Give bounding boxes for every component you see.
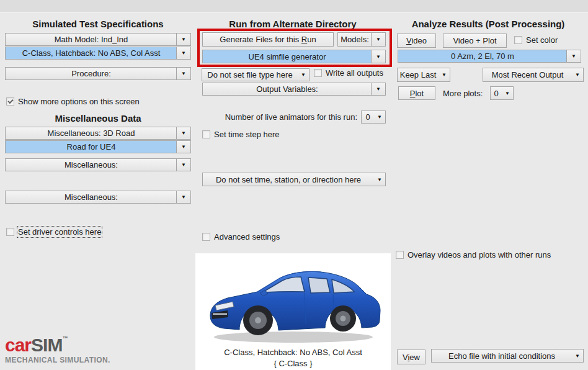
camera-view-label: 0 Azm, 2 El, 70 m — [398, 50, 567, 62]
dropdown-arrow-icon: ▼ — [176, 159, 190, 171]
misc-dropdown-2[interactable]: Miscellaneous: ▼ — [5, 158, 191, 171]
echo-file-dropdown[interactable]: Echo file with initial conditions ▼ — [431, 349, 584, 363]
view-button[interactable]: View — [397, 350, 425, 364]
time-station-direction-label: Do not set time, station, or direction h… — [203, 173, 374, 186]
checkbox-checked[interactable] — [6, 97, 14, 106]
echo-file-label: Echo file with initial conditions — [432, 350, 572, 362]
label-post: ideo — [411, 36, 427, 45]
misc-dropdown-2-label: Miscellaneous: — [6, 159, 177, 171]
live-animators-count-value: 0 — [362, 111, 374, 123]
vehicle-caption-line2: { C-Class } — [195, 359, 391, 368]
write-all-outputs-checkbox[interactable]: Write all outputs — [314, 68, 383, 78]
most-recent-output-label: Most Recent Output — [483, 68, 572, 81]
mechanical-simulation-text: MECHANICAL SIMULATION. — [5, 356, 110, 364]
checkbox-unchecked[interactable] — [202, 233, 210, 241]
plot-label: Plot — [410, 89, 424, 98]
vehicle-dataset-dropdown[interactable]: C-Class, Hatchback: No ABS, Col Asst ▼ — [5, 47, 191, 60]
miscellaneous-data-heading: Miscellaneous Data — [5, 113, 191, 124]
keep-last-dropdown[interactable]: Keep Last ▼ — [397, 68, 450, 82]
dropdown-arrow-icon: ▼ — [439, 68, 450, 81]
label-post: un — [307, 35, 316, 44]
generate-files-label: Generate Files for this Run — [220, 35, 316, 44]
more-plots-count-value: 0 — [491, 87, 502, 99]
checkbox-unchecked[interactable] — [202, 130, 210, 138]
misc-3d-road-dropdown[interactable]: Miscellaneous: 3D Road ▼ — [5, 127, 191, 140]
dropdown-arrow-icon: ▼ — [176, 47, 190, 59]
show-more-options-checkbox[interactable]: Show more options on this screen — [6, 97, 140, 106]
label-post: lot — [415, 89, 424, 98]
label-post: ew — [409, 353, 420, 362]
video-button[interactable]: Video — [397, 34, 436, 48]
video-plus-plot-button[interactable]: Video + Plot — [443, 34, 507, 48]
models-label: Models: — [338, 33, 372, 46]
left-column-heading: Simulated Test Specifications — [5, 19, 191, 29]
file-type-label: Do not set file type here — [202, 69, 298, 81]
plot-button[interactable]: Plot — [398, 86, 435, 100]
more-plots-label: More plots: — [443, 89, 483, 98]
time-station-direction-dropdown[interactable]: Do not set time, station, or direction h… — [202, 173, 386, 186]
dropdown-arrow-icon: ▼ — [176, 68, 190, 79]
dropdown-arrow-icon: ▼ — [566, 50, 581, 62]
set-time-step-checkbox[interactable]: Set time step here — [202, 130, 280, 139]
dropdown-arrow-icon: ▼ — [176, 127, 190, 139]
ue4-simfile-generator-dropdown[interactable]: UE4 simfile generator ▼ — [202, 50, 386, 63]
math-model-dropdown[interactable]: Math Model: Ind_Ind ▼ — [5, 33, 191, 46]
trademark-icon: ™ — [62, 335, 67, 341]
carsim-wordmark: carSIM™ — [5, 336, 110, 354]
math-model-label: Math Model: Ind_Ind — [6, 34, 177, 45]
set-color-checkbox[interactable]: Set color — [514, 35, 558, 45]
checkbox-unchecked[interactable] — [396, 251, 404, 259]
dropdown-arrow-icon: ▼ — [502, 87, 513, 99]
video-label: Video — [406, 36, 427, 45]
advanced-settings-checkbox[interactable]: Advanced settings — [202, 232, 280, 241]
keep-last-label: Keep Last — [398, 68, 439, 81]
vehicle-caption-line1: C-Class, Hatchback: No ABS, Col Asst — [195, 348, 391, 357]
dropdown-arrow-icon: ▼ — [176, 191, 190, 203]
advanced-settings-label: Advanced settings — [214, 232, 280, 241]
procedure-dropdown[interactable]: Procedure: ▼ — [5, 67, 191, 80]
checkbox-unchecked[interactable] — [314, 69, 322, 77]
dropdown-arrow-icon: ▼ — [374, 111, 385, 123]
ue4-simfile-generator-label: UE4 simfile generator — [203, 50, 372, 63]
show-more-options-label: Show more options on this screen — [18, 97, 140, 106]
checkbox-unchecked[interactable] — [6, 228, 14, 236]
label-accelerator: R — [301, 35, 307, 44]
logo-car-text: car — [5, 335, 31, 355]
misc-dropdown-3-label: Miscellaneous: — [6, 191, 177, 203]
live-animators-label: Number of live animators for this run: — [196, 112, 357, 122]
vehicle-preview-panel: C-Class, Hatchback: No ABS, Col Asst { C… — [195, 253, 391, 370]
output-variables-dropdown[interactable]: Output Variables: ▼ — [202, 83, 386, 96]
set-time-step-label: Set time step here — [214, 130, 280, 139]
carsim-logo: carSIM™ MECHANICAL SIMULATION. — [5, 336, 110, 364]
misc-dropdown-3[interactable]: Miscellaneous: ▼ — [5, 191, 191, 204]
set-driver-controls-checkbox[interactable]: Set driver controls here — [6, 227, 101, 237]
dropdown-arrow-icon: ▼ — [371, 83, 385, 95]
write-all-outputs-label: Write all outputs — [326, 68, 383, 78]
dropdown-arrow-icon: ▼ — [572, 68, 583, 81]
file-type-dropdown[interactable]: Do not set file type here ▼ — [202, 68, 310, 81]
road-for-ue4-dropdown[interactable]: Road for UE4 ▼ — [5, 140, 191, 153]
view-label: View — [403, 353, 420, 362]
top-strip — [0, 0, 588, 13]
models-dropdown[interactable]: Models: ▼ — [337, 32, 386, 47]
misc-3d-road-label: Miscellaneous: 3D Road — [6, 127, 177, 139]
set-color-label: Set color — [526, 35, 558, 45]
dropdown-arrow-icon: ▼ — [374, 173, 385, 186]
generate-files-button[interactable]: Generate Files for this Run — [202, 32, 334, 47]
road-for-ue4-label: Road for UE4 — [6, 141, 177, 153]
overlay-videos-checkbox[interactable]: Overlay videos and plots with other runs — [396, 250, 551, 259]
camera-view-dropdown[interactable]: 0 Azm, 2 El, 70 m ▼ — [398, 50, 581, 63]
set-driver-controls-label: Set driver controls here — [18, 227, 101, 237]
most-recent-output-dropdown[interactable]: Most Recent Output ▼ — [483, 68, 584, 82]
right-column-heading: Analyze Results (Post Processing) — [393, 19, 583, 29]
overlay-videos-label: Overlay videos and plots with other runs — [408, 250, 551, 259]
dropdown-arrow-icon: ▼ — [572, 350, 583, 362]
dropdown-arrow-icon: ▼ — [176, 141, 190, 153]
more-plots-count-dropdown[interactable]: 0 ▼ — [490, 86, 514, 100]
label-pre: Generate Files for this — [220, 35, 301, 44]
dropdown-arrow-icon: ▼ — [371, 50, 385, 63]
dropdown-arrow-icon: ▼ — [176, 34, 190, 45]
checkbox-unchecked[interactable] — [514, 36, 522, 44]
procedure-label: Procedure: — [6, 68, 177, 79]
live-animators-count-dropdown[interactable]: 0 ▼ — [361, 111, 386, 124]
